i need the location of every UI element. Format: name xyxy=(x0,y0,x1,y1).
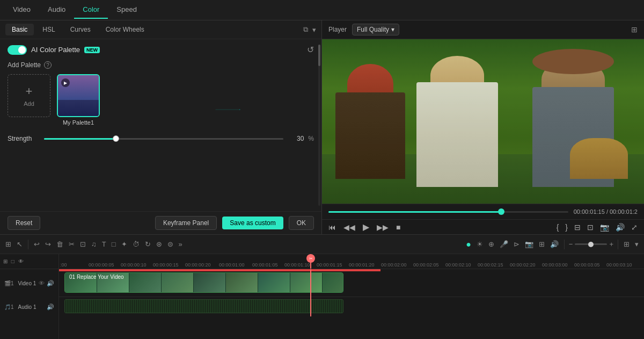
left-panel: Basic HSL Curves Color Wheels ⧉ ▾ AI Col… xyxy=(0,20,322,234)
ai-toggle-switch[interactable] xyxy=(8,45,27,55)
video-top-bar xyxy=(59,269,644,271)
zoom-in-icon[interactable]: + xyxy=(609,240,613,248)
video-track-eye[interactable]: 👁 xyxy=(39,280,45,287)
step-forward-icon[interactable]: ▶▶ xyxy=(377,223,389,232)
ruler-time-14: 00:00:02:20 xyxy=(510,262,536,268)
playhead-marker[interactable]: ✂ xyxy=(306,254,315,263)
strength-slider[interactable] xyxy=(44,134,283,143)
current-time: 00:00:01:15 xyxy=(574,208,605,215)
more-icon[interactable]: » xyxy=(178,239,184,249)
cut-icon[interactable]: ✂ xyxy=(68,239,76,249)
girl-right-hat xyxy=(532,49,613,75)
tl-sound-icon[interactable]: 🔊 xyxy=(549,239,560,249)
reset-top-button[interactable]: ↺ xyxy=(307,45,314,55)
tl-sun-icon[interactable]: ☀ xyxy=(475,239,484,249)
stop-icon[interactable]: ■ xyxy=(396,223,400,232)
palette-thumb-bottom xyxy=(58,100,99,116)
save-as-custom-button[interactable]: Save as custom xyxy=(222,217,283,229)
progress-track xyxy=(328,211,568,213)
track-settings-icon[interactable]: □ xyxy=(11,258,14,264)
shape-icon[interactable]: □ xyxy=(111,239,117,249)
strength-value: 30 xyxy=(288,135,304,142)
add-palette-row: Add Palette ? xyxy=(8,61,314,69)
video-scene xyxy=(322,39,644,204)
keyframe-panel-button[interactable]: Keyframe Panel xyxy=(155,216,217,230)
audio-track-sound[interactable]: 🔊 xyxy=(47,304,54,311)
chevron-down-icon[interactable]: ▾ xyxy=(312,26,316,34)
video-track-row: 01 Replace Your Video xyxy=(59,269,644,297)
tl-export-icon[interactable]: ⊳ xyxy=(513,239,521,249)
crop-icon[interactable]: ⊟ xyxy=(574,223,581,232)
panel-content: AI Color Palette NEW ↺ Add Palette ? + A… xyxy=(0,39,321,211)
audio-extract-icon[interactable]: ♫ xyxy=(90,239,98,249)
split-view-icon[interactable]: ⧉ xyxy=(303,25,308,34)
step-back-icon[interactable]: ◀◀ xyxy=(343,223,355,232)
panel-scrollbar[interactable] xyxy=(318,45,320,206)
bracket-left-icon[interactable]: { xyxy=(557,223,559,232)
tl-mic-icon[interactable]: 🎤 xyxy=(499,239,509,249)
volume-icon[interactable]: 🔊 xyxy=(616,223,625,232)
video-area xyxy=(322,39,644,204)
ruler-marks-container: :00 00:00:00:05 00:00:00:10 00:00:00:15 … xyxy=(59,254,644,269)
clip-thumb-8 xyxy=(323,273,343,292)
palette-item-1[interactable]: ▶ My Palette1 xyxy=(57,74,100,126)
tab-color[interactable]: Color xyxy=(74,1,108,19)
monitor-icon[interactable]: ⊡ xyxy=(587,223,594,232)
color-tab-basic[interactable]: Basic xyxy=(5,24,34,35)
quality-select[interactable]: Full Quality ▾ xyxy=(352,24,399,35)
redo-icon[interactable]: ↪ xyxy=(44,239,52,249)
zoom-slider[interactable] xyxy=(575,243,607,245)
ruler-time-17: 00:00:03:10 xyxy=(606,262,632,268)
total-time: 00:00:01:2 xyxy=(610,208,638,215)
more-options-icon[interactable]: ▾ xyxy=(634,239,640,249)
progress-thumb[interactable] xyxy=(498,208,504,215)
eye-all-icon[interactable]: 👁 xyxy=(18,258,24,264)
stabilize-icon[interactable]: ⊜ xyxy=(166,239,174,249)
play-icon[interactable]: ▶ xyxy=(363,222,369,232)
speed-icon[interactable]: ⏱ xyxy=(131,239,141,249)
help-icon[interactable]: ? xyxy=(44,61,52,69)
progress-container[interactable] xyxy=(328,207,568,216)
ok-button[interactable]: OK xyxy=(289,216,314,230)
clip-thumb-6 xyxy=(258,273,290,292)
color-correct-icon[interactable]: ⊛ xyxy=(155,239,163,249)
slider-fill xyxy=(44,138,116,140)
zoom-slider-thumb xyxy=(588,242,594,247)
trash-icon[interactable]: 🗑 xyxy=(55,239,64,249)
effect-icon[interactable]: ✦ xyxy=(120,239,128,249)
text-icon[interactable]: T xyxy=(101,239,107,249)
tab-video[interactable]: Video xyxy=(4,1,39,19)
grid-view-icon[interactable]: ⊞ xyxy=(631,25,638,34)
screenshot-icon[interactable]: 📷 xyxy=(600,223,609,232)
rewind-icon[interactable]: ⏮ xyxy=(328,223,336,232)
rotate-icon[interactable]: ↻ xyxy=(144,239,152,249)
tl-shield-icon[interactable]: ⊕ xyxy=(487,239,495,249)
tab-speed[interactable]: Speed xyxy=(108,1,145,19)
tl-film-icon[interactable]: ⊞ xyxy=(538,239,546,249)
cursor-icon[interactable]: ↖ xyxy=(16,239,24,249)
timeline-toolbar: ⊞ ↖ ↩ ↪ 🗑 ✂ ⊡ ♫ T □ ✦ ⏱ ↻ ⊛ ⊜ » ● ☀ ⊕ 🎤 … xyxy=(0,235,644,254)
zoom-out-icon[interactable]: − xyxy=(569,240,573,248)
color-tab-colorwheels[interactable]: Color Wheels xyxy=(99,24,151,35)
audio-track-label: Audio 1 xyxy=(18,304,36,310)
slider-thumb[interactable] xyxy=(113,135,119,142)
tl-camera-icon[interactable]: 📷 xyxy=(524,239,535,249)
video-track-sound[interactable]: 🔊 xyxy=(47,280,54,287)
tab-audio[interactable]: Audio xyxy=(39,1,74,19)
player-controls: ⏮ ◀◀ ▶ ▶▶ ■ { } ⊟ ⊡ 📷 🔊 ⤢ xyxy=(322,219,644,234)
add-track-icon[interactable]: ⊞ xyxy=(3,258,8,264)
scene-icon[interactable]: ⊞ xyxy=(4,239,12,249)
audio-clip[interactable] xyxy=(64,299,343,313)
color-tab-hsl[interactable]: HSL xyxy=(36,24,61,35)
fullscreen-icon[interactable]: ⤢ xyxy=(631,223,638,232)
undo-icon[interactable]: ↩ xyxy=(33,239,41,249)
reset-button[interactable]: Reset xyxy=(8,216,40,230)
video-clip[interactable]: 01 Replace Your Video xyxy=(64,272,343,293)
palette-add-button[interactable]: + Add xyxy=(8,74,50,117)
grid-layout-icon[interactable]: ⊞ xyxy=(623,239,631,249)
color-tab-curves[interactable]: Curves xyxy=(64,24,97,35)
palette-thumbnail-1: ▶ xyxy=(57,74,100,117)
timeline-area: ⊞ ↖ ↩ ↪ 🗑 ✂ ⊡ ♫ T □ ✦ ⏱ ↻ ⊛ ⊜ » ● ☀ ⊕ 🎤 … xyxy=(0,234,644,339)
bracket-right-icon[interactable]: } xyxy=(565,223,568,232)
trim-icon[interactable]: ⊡ xyxy=(79,239,87,249)
